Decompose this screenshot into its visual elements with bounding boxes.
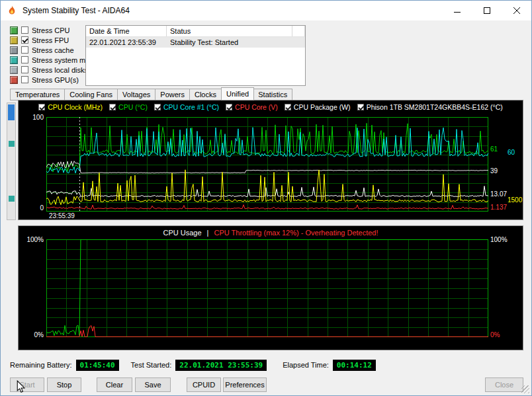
y-axis-max-label: 100: [19, 114, 44, 121]
tab-unified[interactable]: Unified: [221, 87, 254, 100]
tab-voltages[interactable]: Voltages: [118, 89, 155, 100]
maximize-button[interactable]: [472, 1, 502, 20]
unified-graph-panel: CPU Clock (MHz) CPU (°C) CPU Core #1 (°C…: [18, 100, 523, 220]
system-stability-test-window: System Stability Test - AIDA64 Stress CP…: [0, 0, 532, 396]
legend-ssd-temp-label: Phison 1TB SM2801T24GKBB4S-E162 (°C): [367, 103, 503, 111]
usage-y-min-left: 0%: [19, 331, 44, 338]
close-dialog-button[interactable]: Close: [485, 377, 523, 392]
legend-ssd-temp[interactable]: Phison 1TB SM2801T24GKBB4S-E162 (°C): [357, 103, 503, 111]
log-row-status: Stability Test: Started: [167, 37, 292, 48]
stress-fpu-label: Stress FPU: [32, 36, 69, 44]
tab-strip: Temperatures Cooling Fans Voltages Power…: [10, 87, 292, 100]
remaining-battery-value: 01:45:40: [76, 360, 119, 371]
legend-cpu-core1-temp-label: CPU Core #1 (°C): [163, 103, 219, 111]
current-value-ssd-temp: 39: [490, 167, 498, 175]
legend-cpu-temp-checkbox[interactable]: [109, 104, 116, 110]
usage-title-throttling: CPU Throttling (max 12%) - Overheating D…: [214, 229, 378, 237]
minimize-button[interactable]: [442, 1, 472, 20]
legend-cpu-core-voltage[interactable]: CPU Core (V): [226, 103, 278, 111]
legend-ssd-temp-checkbox[interactable]: [357, 104, 364, 110]
cpuid-button[interactable]: CPUID: [187, 377, 221, 392]
stress-cache-checkbox[interactable]: [21, 46, 28, 54]
current-value-cpu-clock: 1500: [508, 196, 522, 204]
stop-button[interactable]: Stop: [47, 377, 81, 392]
cache-icon: [10, 46, 18, 54]
column-header-status[interactable]: Status: [167, 26, 292, 36]
gpu-icon: [10, 76, 18, 84]
titlebar[interactable]: System Stability Test - AIDA64: [1, 1, 531, 20]
disk-icon: [10, 66, 18, 74]
current-value-cpu-core-voltage: 1.137: [490, 204, 507, 211]
elapsed-time-label: Elapsed Time:: [283, 361, 329, 369]
legend-cpu-package-power-label: CPU Package (W): [294, 103, 351, 111]
slider-tick: [9, 141, 15, 147]
usage-title-separator: |: [207, 229, 209, 237]
cpu-icon: [10, 26, 18, 34]
slider-thumb[interactable]: [8, 104, 15, 120]
stress-gpu-checkbox[interactable]: [21, 76, 28, 83]
stress-fpu-checkbox[interactable]: [21, 36, 28, 44]
resize-grip[interactable]: [521, 385, 529, 393]
start-button[interactable]: Start: [10, 377, 44, 392]
window-controls: [442, 1, 531, 20]
legend-cpu-clock-label: CPU Clock (MHz): [48, 103, 103, 111]
usage-y-min-right: 0%: [490, 331, 500, 338]
status-bar: Remaining Battery: 01:45:40 Test Started…: [10, 358, 376, 372]
y-axis-min-label: 0: [19, 204, 44, 212]
legend-cpu-package-power-checkbox[interactable]: [285, 104, 291, 110]
log-table-row[interactable]: 22.01.2021 23:55:39 Stability Test: Star…: [86, 37, 305, 48]
log-table-header: Date & Time Status: [86, 26, 305, 37]
test-started-value: 22.01.2021 23:55:39: [175, 360, 267, 371]
stress-memory-checkbox[interactable]: [21, 56, 28, 63]
stress-disks-label: Stress local disks: [32, 66, 88, 74]
usage-title-left: CPU Usage: [163, 229, 201, 237]
stress-gpu-label: Stress GPU(s): [32, 76, 79, 84]
legend-cpu-core1-temp-checkbox[interactable]: [154, 104, 161, 110]
usage-graph: [46, 239, 488, 337]
current-value-cpu-core1-temp: 60: [508, 149, 515, 156]
tab-statistics[interactable]: Statistics: [253, 89, 292, 100]
unified-graph: [46, 117, 488, 212]
usage-y-max-left: 100%: [19, 236, 44, 243]
stress-cpu-label: Stress CPU: [32, 26, 69, 34]
window-title: System Stability Test - AIDA64: [22, 6, 130, 15]
stress-cpu-checkbox[interactable]: [21, 26, 28, 34]
aida64-flame-icon: [7, 5, 17, 16]
fpu-icon: [10, 36, 18, 44]
column-header-datetime[interactable]: Date & Time: [86, 26, 167, 36]
usage-graph-title: CPU Usage | CPU Throttling (max 12%) - O…: [19, 229, 523, 237]
memory-icon: [10, 56, 18, 64]
mouse-cursor: [17, 380, 25, 393]
close-button[interactable]: [502, 1, 531, 20]
legend-cpu-clock-checkbox[interactable]: [38, 104, 45, 110]
legend-cpu-package-power[interactable]: CPU Package (W): [285, 103, 351, 111]
slider-tick: [9, 196, 15, 202]
current-value-cpu-temp: 61: [490, 145, 498, 153]
clear-button[interactable]: Clear: [97, 377, 132, 392]
tab-cooling-fans[interactable]: Cooling Fans: [65, 89, 118, 100]
tab-temperatures[interactable]: Temperatures: [10, 89, 65, 100]
legend-cpu-clock[interactable]: CPU Clock (MHz): [38, 103, 103, 111]
legend-cpu-core1-temp[interactable]: CPU Core #1 (°C): [154, 103, 219, 111]
event-log-table: Date & Time Status 22.01.2021 23:55:39 S…: [85, 25, 306, 86]
usage-y-max-right: 100%: [490, 236, 508, 243]
elapsed-time-value: 00:14:12: [333, 360, 376, 371]
legend-cpu-core-voltage-checkbox[interactable]: [226, 104, 232, 110]
save-button[interactable]: Save: [135, 377, 171, 392]
remaining-battery-label: Remaining Battery:: [10, 361, 72, 369]
x-axis-start-time: 23:55:39: [49, 212, 75, 219]
column-header-spacer: [292, 26, 305, 36]
tab-powers[interactable]: Powers: [155, 89, 190, 100]
tab-clocks[interactable]: Clocks: [190, 89, 222, 100]
test-started-label: Test Started:: [131, 361, 172, 369]
graph-scale-slider[interactable]: [7, 102, 16, 220]
current-value-cpu-package-power: 13.07: [490, 190, 507, 198]
cpu-usage-graph-panel: CPU Usage | CPU Throttling (max 12%) - O…: [18, 225, 523, 350]
log-row-datetime: 22.01.2021 23:55:39: [86, 37, 167, 48]
stress-cache-label: Stress cache: [32, 46, 74, 54]
legend-cpu-temp-label: CPU (°C): [118, 103, 148, 111]
legend-cpu-temp[interactable]: CPU (°C): [109, 103, 148, 111]
graph-legend: CPU Clock (MHz) CPU (°C) CPU Core #1 (°C…: [19, 103, 523, 111]
preferences-button[interactable]: Preferences: [223, 377, 267, 392]
stress-disks-checkbox[interactable]: [21, 66, 28, 73]
